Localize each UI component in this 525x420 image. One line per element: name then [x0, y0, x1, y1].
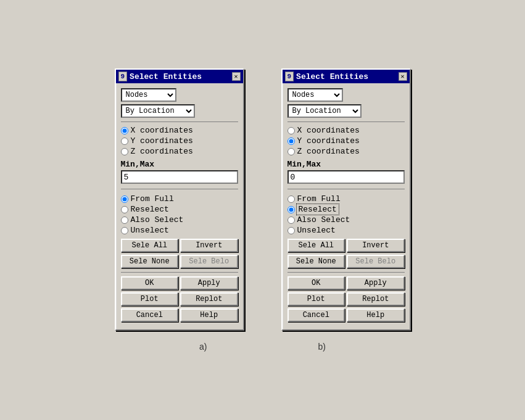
dialogs-row: 9 Select Entities ✕ Nodes By Location	[115, 68, 411, 331]
minmax-label-a: Min,Max	[121, 160, 238, 169]
z-coord-radio-b[interactable]	[287, 148, 295, 155]
reselect-radio-a[interactable]	[121, 206, 128, 213]
body-a: Nodes By Location X coordinates	[116, 83, 243, 329]
invert-button-b[interactable]: Invert	[347, 239, 405, 252]
y-coord-label-a: Y coordinates	[131, 136, 193, 146]
minmax-input-b[interactable]	[287, 170, 405, 184]
unselect-radio-a[interactable]	[121, 227, 128, 234]
plot-replot-row-a: Plot Replot	[121, 292, 238, 306]
sele-belo-button-b: Sele Belo	[347, 255, 405, 268]
cancel-button-b[interactable]: Cancel	[287, 308, 345, 322]
alsoselect-radio-a[interactable]	[121, 216, 128, 224]
cancel-button-a[interactable]: Cancel	[121, 308, 179, 322]
unselect-label-a: Unselect	[131, 226, 169, 235]
location-dropdown-row-a: By Location	[121, 104, 238, 118]
coord-radio-group-b: X coordinates Y coordinates Z coordinate…	[287, 126, 405, 156]
location-select-b[interactable]: By Location	[287, 104, 362, 118]
coord-radio-group-a: X coordinates Y coordinates Z coordinate…	[121, 126, 238, 156]
reselect-label-b: Reselect	[297, 205, 338, 214]
x-coord-label-a: X coordinates	[131, 126, 193, 135]
alsoselect-label-a: Also Select	[131, 215, 184, 224]
sele-all-button-b[interactable]: Sele All	[287, 239, 345, 252]
selection-mode-group-a: From Full Reselect Also Select Unselect	[121, 194, 238, 235]
x-coord-item-a[interactable]: X coordinates	[121, 126, 238, 135]
titlebar-b: 9 Select Entities ✕	[283, 70, 410, 83]
reselect-item-b[interactable]: Reselect	[287, 205, 405, 214]
dialog-a: 9 Select Entities ✕ Nodes By Location	[115, 68, 244, 331]
title-b: Select Entities	[296, 72, 368, 81]
ok-button-a[interactable]: OK	[121, 276, 179, 290]
y-coord-label-b: Y coordinates	[297, 136, 360, 146]
nodes-select-b[interactable]: Nodes	[287, 88, 343, 102]
nodes-select-a[interactable]: Nodes	[121, 88, 176, 102]
label-a: a)	[199, 342, 207, 352]
plot-button-b[interactable]: Plot	[287, 292, 345, 306]
help-button-b[interactable]: Help	[347, 308, 405, 322]
x-coord-label-b: X coordinates	[297, 126, 360, 135]
sele-none-button-a[interactable]: Sele None	[121, 255, 179, 268]
z-coord-item-b[interactable]: Z coordinates	[287, 147, 405, 156]
ok-apply-row-a: OK Apply	[121, 276, 238, 290]
replot-button-a[interactable]: Replot	[180, 292, 238, 306]
close-button-b[interactable]: ✕	[399, 72, 407, 81]
z-coord-item-a[interactable]: Z coordinates	[121, 147, 238, 156]
logo-a: 9	[118, 72, 128, 81]
minmax-label-b: Min,Max	[287, 160, 405, 169]
dialog-b: 9 Select Entities ✕ Nodes By Location	[281, 68, 411, 331]
help-button-a[interactable]: Help	[180, 308, 238, 322]
y-coord-item-b[interactable]: Y coordinates	[287, 136, 405, 146]
nodes-dropdown-row-a: Nodes	[121, 88, 238, 102]
z-coord-radio-a[interactable]	[121, 148, 128, 155]
ok-button-b[interactable]: OK	[287, 276, 345, 290]
sele-none-button-b[interactable]: Sele None	[287, 255, 345, 268]
title-a: Select Entities	[130, 72, 202, 81]
logo-b: 9	[285, 72, 294, 81]
x-coord-item-b[interactable]: X coordinates	[287, 126, 405, 135]
alsoselect-item-b[interactable]: Also Select	[287, 215, 405, 224]
fromfull-radio-b[interactable]	[287, 196, 295, 203]
fromfull-item-b[interactable]: From Full	[287, 194, 405, 204]
plot-button-a[interactable]: Plot	[121, 292, 179, 306]
invert-button-a[interactable]: Invert	[180, 239, 238, 252]
unselect-radio-b[interactable]	[287, 227, 295, 234]
titlebar-a: 9 Select Entities ✕	[116, 70, 243, 83]
body-b: Nodes By Location X coordinates	[283, 83, 410, 329]
fromfull-item-a[interactable]: From Full	[121, 194, 238, 204]
y-coord-item-a[interactable]: Y coordinates	[121, 136, 238, 146]
z-coord-label-b: Z coordinates	[297, 147, 360, 156]
selection-mode-group-b: From Full Reselect Also Select Unselect	[287, 194, 405, 235]
reselect-label-a: Reselect	[131, 205, 169, 214]
minmax-input-a[interactable]	[121, 170, 238, 184]
x-coord-radio-b[interactable]	[287, 127, 295, 134]
action-buttons-row1-a: Sele All Invert	[121, 239, 238, 252]
reselect-item-a[interactable]: Reselect	[121, 205, 238, 214]
reselect-radio-b[interactable]	[287, 206, 295, 213]
location-select-a[interactable]: By Location	[121, 104, 195, 118]
labels-row: a) b)	[199, 337, 326, 352]
alsoselect-label-b: Also Select	[297, 215, 350, 224]
plot-replot-row-b: Plot Replot	[287, 292, 405, 306]
cancel-help-row-a: Cancel Help	[121, 308, 238, 322]
unselect-label-b: Unselect	[297, 226, 336, 235]
unselect-item-b[interactable]: Unselect	[287, 226, 405, 235]
replot-button-b[interactable]: Replot	[347, 292, 405, 306]
apply-button-a[interactable]: Apply	[180, 276, 238, 290]
y-coord-radio-a[interactable]	[121, 138, 128, 145]
z-coord-label-a: Z coordinates	[131, 147, 193, 156]
fromfull-label-b: From Full	[297, 194, 341, 204]
sele-belo-button-a: Sele Belo	[180, 255, 238, 268]
sele-all-button-a[interactable]: Sele All	[121, 239, 179, 252]
action-buttons-row1-b: Sele All Invert	[287, 239, 405, 252]
main-container: 9 Select Entities ✕ Nodes By Location	[115, 68, 411, 352]
close-button-a[interactable]: ✕	[232, 72, 241, 81]
nodes-dropdown-row-b: Nodes	[287, 88, 405, 102]
fromfull-radio-a[interactable]	[121, 196, 128, 203]
x-coord-radio-a[interactable]	[121, 127, 128, 134]
ok-apply-row-b: OK Apply	[287, 276, 405, 290]
unselect-item-a[interactable]: Unselect	[121, 226, 238, 235]
label-b: b)	[318, 342, 326, 352]
y-coord-radio-b[interactable]	[287, 138, 295, 145]
alsoselect-radio-b[interactable]	[287, 216, 295, 224]
alsoselect-item-a[interactable]: Also Select	[121, 215, 238, 224]
apply-button-b[interactable]: Apply	[347, 276, 405, 290]
